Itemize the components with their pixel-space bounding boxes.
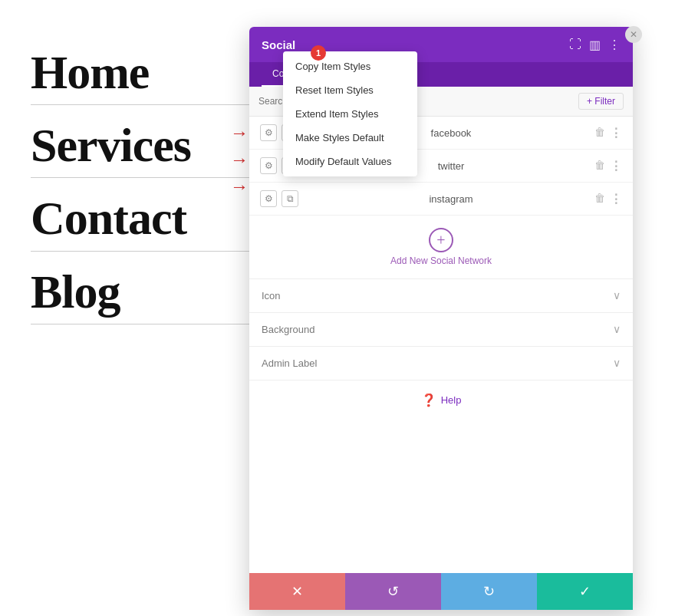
context-make-styles-default[interactable]: Make Styles Default [283,126,417,150]
accordion-admin-label: Admin Label ∨ [249,347,633,380]
trash-icon-facebook[interactable]: 🗑 [594,127,605,139]
settings-icon[interactable]: ⚙ [260,124,277,141]
copy-icon[interactable]: ⧉ [282,190,298,207]
accordion-icon-header[interactable]: Icon ∨ [249,279,633,312]
chevron-icon-icon: ∨ [613,289,621,302]
dots-icon-facebook[interactable]: ⋮ [610,126,622,140]
nav-divider-4 [31,324,268,324]
accordion-background-header[interactable]: Background ∨ [249,313,633,346]
item-icons: ⚙ ⧉ [260,190,298,207]
item-actions: 🗑 ⋮ [594,126,622,140]
accordion-admin-label-label: Admin Label [262,357,317,369]
accordion-background: Background ∨ [249,313,633,347]
reset-button[interactable]: ↺ [345,573,441,610]
accordion-icon-label: Icon [262,290,281,301]
chevron-admin-label-icon: ∨ [613,357,621,370]
context-modify-default-values[interactable]: Modify Default Values [283,150,417,173]
panel-footer: ✕ ↺ ↻ ✓ [249,573,633,610]
nav-blog[interactable]: Blog [31,265,120,318]
help-section: ❓ Help [249,380,633,420]
arrow-1 [230,123,249,143]
arrow-2 [230,150,249,170]
trash-icon-twitter[interactable]: 🗑 [594,160,605,172]
context-menu: 1 Copy Item Styles Reset Item Styles Ext… [283,51,417,176]
save-button[interactable]: ✓ [537,573,633,610]
item-actions: 🗑 ⋮ [594,159,622,173]
panel-close-button[interactable]: ✕ [625,26,642,43]
nav-home[interactable]: Home [31,46,149,98]
settings-icon[interactable]: ⚙ [260,190,277,207]
social-item-instagram: ⚙ ⧉ instagram 🗑 ⋮ [249,183,633,216]
nav-contact[interactable]: Contact [31,192,186,244]
help-icon: ❓ [421,393,436,407]
panel-title: Social [262,38,295,51]
dots-icon-instagram[interactable]: ⋮ [610,192,622,206]
settings-icon[interactable]: ⚙ [260,157,277,174]
panel-header: Social ⛶ ▥ ⋮ 1 Copy Item Styles Reset It… [249,27,633,62]
more-icon[interactable]: ⋮ [608,38,621,52]
arrow-3 [230,176,249,197]
accordion-background-label: Background [262,324,314,335]
social-name-instagram: instagram [308,193,594,205]
dots-icon-twitter[interactable]: ⋮ [610,159,622,173]
nav-services[interactable]: Services [31,119,191,171]
add-label: Add New Social Network [390,255,492,266]
nav-divider-3 [31,251,268,252]
context-extend-item-styles[interactable]: Extend Item Styles [283,102,417,126]
columns-icon[interactable]: ▥ [589,38,601,52]
filter-button[interactable]: + Filter [578,93,624,110]
maximize-icon[interactable]: ⛶ [569,38,581,51]
refresh-button[interactable]: ↻ [441,573,537,610]
nav-divider-1 [31,104,268,105]
help-label[interactable]: Help [441,394,462,406]
context-copy-item-styles[interactable]: Copy Item Styles [283,54,417,78]
accordion-sections: Icon ∨ Background ∨ Admin Label ∨ [249,278,633,380]
badge: 1 [311,45,326,61]
chevron-background-icon: ∨ [613,323,621,336]
social-panel: ✕ Social ⛶ ▥ ⋮ 1 Copy Item Styles Reset … [249,27,633,610]
trash-icon-instagram[interactable]: 🗑 [594,193,605,205]
accordion-icon: Icon ∨ [249,279,633,313]
context-reset-item-styles[interactable]: Reset Item Styles [283,78,417,102]
item-actions: 🗑 ⋮ [594,192,622,206]
cancel-button[interactable]: ✕ [249,573,345,610]
add-new-social-network[interactable]: + Add New Social Network [249,216,633,278]
add-icon: + [429,228,453,252]
panel-header-icons: ⛶ ▥ ⋮ [569,38,621,52]
accordion-admin-label-header[interactable]: Admin Label ∨ [249,347,633,380]
